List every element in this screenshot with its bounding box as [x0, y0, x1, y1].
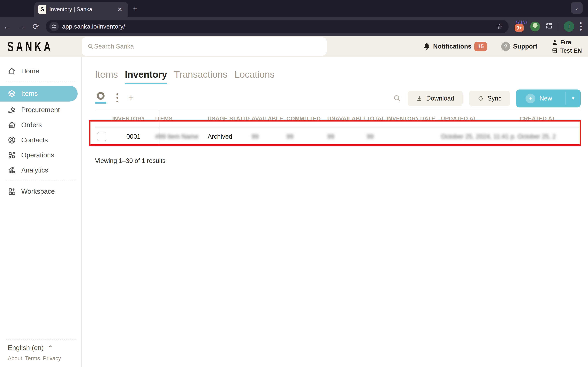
workspace-name: Test EN — [560, 47, 582, 54]
browser-profile-avatar[interactable]: I — [564, 21, 574, 32]
sync-icon — [477, 95, 484, 101]
user-menu[interactable]: Fira Test EN — [552, 39, 582, 54]
sidebar-item-home[interactable]: Home — [0, 64, 81, 78]
new-dropdown-button[interactable]: ▼ — [565, 92, 581, 105]
sidebar-item-items[interactable]: Items — [0, 86, 78, 101]
view-options-icon[interactable]: ••• — [116, 92, 118, 103]
sidebar-item-label: Analytics — [21, 166, 48, 174]
new-button[interactable]: + New ▼ — [516, 90, 581, 108]
app-header: SANKA Notifications 15 ? Support — [0, 36, 588, 57]
terms-link[interactable]: Terms — [25, 355, 40, 362]
download-button[interactable]: Download — [408, 91, 463, 106]
sidebar-item-label: Orders — [21, 121, 42, 129]
notifications-button[interactable]: Notifications 15 — [423, 42, 487, 51]
support-label: Support — [513, 43, 537, 50]
address-bar[interactable]: app.sanka.io/inventory/ ☆ — [46, 20, 509, 33]
search-input[interactable] — [94, 43, 321, 50]
cell-committed: 99 — [285, 133, 325, 140]
notifications-count-badge: 15 — [474, 42, 487, 51]
sidebar-item-analytics[interactable]: Analytics — [0, 164, 81, 177]
sidebar: Home Items Procurement Orders Contacts O… — [0, 57, 82, 367]
col-unavailable[interactable]: UNAVAILABLE — [325, 116, 365, 122]
col-items[interactable]: ITEMS — [144, 116, 206, 122]
language-selector[interactable]: English (en) ⌃ — [0, 344, 82, 352]
notifications-label: Notifications — [433, 43, 472, 50]
col-committed[interactable]: COMMITTED — [285, 116, 325, 122]
procurement-icon — [8, 106, 16, 114]
row-checkbox[interactable] — [97, 132, 106, 141]
privacy-link[interactable]: Privacy — [43, 355, 61, 362]
global-search[interactable] — [82, 37, 327, 56]
extension-badge-icon[interactable]: \\\|/// 9+ — [515, 21, 525, 32]
tab-items[interactable]: Items — [95, 69, 118, 84]
sidebar-item-operations[interactable]: Operations — [0, 149, 81, 162]
sidebar-item-orders[interactable]: Orders — [0, 118, 81, 132]
bell-icon — [423, 43, 430, 50]
sanka-logo[interactable]: SANKA — [7, 38, 81, 54]
tab-locations[interactable]: Locations — [234, 69, 275, 84]
cell-inventory-id: 0001 — [110, 133, 144, 140]
layers-icon — [8, 90, 16, 98]
cell-items: #99 Item Name — [144, 133, 206, 140]
browser-menu-icon[interactable]: ••• — [580, 21, 582, 32]
table-header-row: INVENTORY ID ITEMS USAGE STATUS AVAILABL… — [95, 110, 581, 127]
new-label: New — [539, 95, 552, 102]
cell-unavailable: 99 — [325, 133, 365, 140]
results-count: Viewing 1–30 of 1 results — [95, 157, 588, 165]
sidebar-item-contacts[interactable]: Contacts — [0, 133, 81, 147]
about-link[interactable]: About — [8, 355, 22, 362]
main-content: Items Inventory Transactions Locations •… — [82, 57, 588, 367]
support-button[interactable]: ? Support — [501, 42, 537, 51]
extensions-puzzle-icon[interactable] — [545, 22, 553, 31]
download-icon — [416, 95, 423, 101]
col-updated-at[interactable]: UPDATED AT — [439, 116, 516, 122]
new-tab-button[interactable]: + — [132, 4, 138, 14]
browser-tabstrip: S Inventory | Sanka ✕ + ⌄ — [0, 0, 588, 17]
language-label: English (en) — [8, 344, 44, 352]
tab-transactions[interactable]: Transactions — [174, 69, 228, 84]
question-icon: ? — [501, 42, 510, 51]
bookmark-star-icon[interactable]: ☆ — [496, 22, 505, 31]
tab-inventory[interactable]: Inventory — [125, 69, 167, 84]
user-icon — [552, 39, 558, 45]
screen: S Inventory | Sanka ✕ + ⌄ ← → ⟳ app.sank… — [0, 0, 588, 367]
column-divider — [159, 110, 159, 146]
tab-close-icon[interactable]: ✕ — [116, 6, 124, 13]
chevron-up-icon: ⌃ — [48, 344, 53, 351]
col-created-at[interactable]: CREATED AT — [516, 116, 566, 122]
cell-usage-status: Archived — [206, 133, 250, 140]
sidebar-item-label: Contacts — [21, 136, 48, 144]
table-search-icon[interactable] — [393, 94, 402, 103]
store-icon — [552, 48, 558, 54]
plus-icon: + — [526, 94, 535, 103]
sidebar-item-label: Items — [21, 90, 38, 98]
add-view-button[interactable]: + — [128, 92, 134, 103]
url-text[interactable]: app.sanka.io/inventory/ — [62, 23, 125, 30]
sidebar-item-label: Workspace — [21, 188, 55, 195]
view-circle-tab[interactable] — [95, 92, 106, 104]
col-inventory-id[interactable]: INVENTORY ID — [110, 116, 144, 122]
user-name: Fira — [560, 39, 571, 46]
sidebar-footer: English (en) ⌃ About Terms Privacy — [0, 335, 82, 367]
col-total-inventory[interactable]: TOTAL INVENTORY — [365, 116, 418, 122]
sidebar-item-procurement[interactable]: Procurement — [0, 103, 81, 117]
frog-extension-icon[interactable] — [530, 22, 540, 31]
site-info-icon[interactable] — [49, 22, 59, 31]
forward-icon[interactable]: → — [14, 22, 29, 31]
reload-icon[interactable]: ⟳ — [29, 22, 43, 31]
browser-tab[interactable]: S Inventory | Sanka ✕ — [34, 2, 128, 17]
col-available[interactable]: AVAILABLE — [250, 116, 285, 122]
browser-navbar: ← → ⟳ app.sanka.io/inventory/ ☆ \\\|/// … — [0, 17, 588, 36]
divider — [6, 339, 76, 340]
home-icon — [8, 67, 16, 75]
circle-view-icon — [97, 92, 104, 100]
header-right: Notifications 15 ? Support Fira — [423, 36, 582, 57]
cell-available: 99 — [250, 133, 285, 140]
sidebar-item-workspace[interactable]: Workspace — [0, 185, 81, 198]
tab-search-icon[interactable]: ⌄ — [571, 2, 583, 14]
sync-button[interactable]: Sync — [469, 91, 510, 106]
col-date[interactable]: DATE — [418, 116, 439, 122]
table-row[interactable]: 0001 #99 Item Name Archived 99 99 99 99 … — [95, 127, 581, 146]
back-icon[interactable]: ← — [0, 22, 14, 31]
col-usage-status[interactable]: USAGE STATUS — [206, 116, 250, 122]
